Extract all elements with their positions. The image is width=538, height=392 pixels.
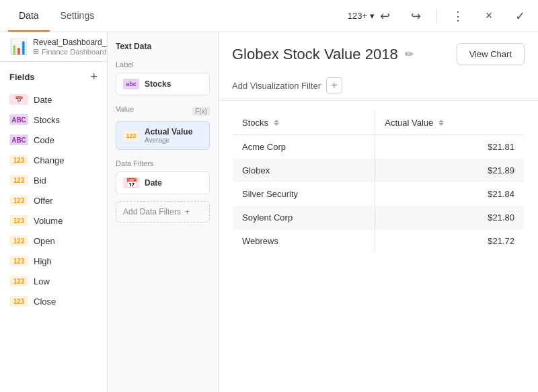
field-type-badge: 123 — [9, 235, 28, 246]
cell-stocks: Globex — [233, 159, 375, 182]
dashboard-icon: ⊞ — [33, 47, 39, 56]
app-container: Data Settings 123+ ▾ ↩ ↪ ⋮ × ✓ 📊 Reveal_… — [0, 0, 538, 392]
field-type-badge: ABC — [9, 114, 28, 125]
cell-stocks: Soylent Corp — [233, 206, 375, 229]
viz-filter-text: Add Visualization Filter — [232, 81, 321, 91]
data-filters-heading: Data Filters — [116, 159, 210, 167]
value-section: Value F(x) 123 Actual Value Average — [116, 105, 210, 150]
chip-name-stocks: Stocks — [145, 79, 171, 89]
tab-settings[interactable]: Settings — [50, 0, 106, 32]
field-type-badge: 123 — [9, 276, 28, 286]
left-sidebar: 📊 Reveal_Dashboard_Tutorials.xlsx ⊞ Fina… — [0, 32, 108, 392]
date-filter-chip[interactable]: 📅 Date — [116, 171, 210, 194]
value-chip[interactable]: 123 Actual Value Average — [116, 121, 210, 150]
table-body: Acme Corp $21.81 Globex $21.89 Silver Se… — [233, 135, 525, 253]
file-name: Reveal_Dashboard_Tutorials.xlsx — [33, 38, 108, 47]
tab-data[interactable]: Data — [8, 0, 50, 32]
cell-actual-value: $21.81 — [375, 135, 525, 159]
table-row[interactable]: Soylent Corp $21.80 — [233, 206, 525, 229]
fields-header: Fields + — [0, 62, 107, 89]
chip-info: Actual Value Average — [145, 127, 192, 144]
add-filter-label: Add Data Filters — [123, 207, 181, 217]
cell-actual-value: $21.89 — [375, 159, 525, 182]
confirm-button[interactable]: ✓ — [510, 6, 530, 26]
col-header-actual-value[interactable]: Actual Value — [375, 111, 525, 135]
add-field-button[interactable]: + — [90, 70, 98, 84]
field-name-label: Low — [34, 276, 50, 286]
redo-button[interactable]: ↪ — [406, 6, 426, 26]
table-row[interactable]: Webrews $21.72 — [233, 229, 525, 253]
more-menu-button[interactable]: ⋮ — [448, 6, 468, 26]
file-header: 📊 Reveal_Dashboard_Tutorials.xlsx ⊞ Fina… — [0, 32, 107, 62]
cell-stocks: Silver Security — [233, 182, 375, 206]
main-content: 📊 Reveal_Dashboard_Tutorials.xlsx ⊞ Fina… — [0, 32, 538, 392]
field-type-badge: 123 — [9, 296, 28, 307]
date-chip-icon: 📅 — [123, 178, 139, 188]
field-type-badge: 123 — [9, 195, 28, 206]
value-heading-row: Value F(x) — [116, 105, 210, 117]
label-section: Label abc Stocks — [116, 61, 210, 95]
sidebar-item-date[interactable]: 📅 Date — [0, 89, 107, 110]
date-chip-name: Date — [145, 178, 162, 188]
field-name-label: Volume — [34, 216, 63, 226]
field-type-badge: ABC — [9, 134, 28, 145]
center-label: 123+ — [348, 11, 367, 21]
value-heading: Value — [116, 105, 134, 113]
field-type-badge: 123 — [9, 256, 28, 266]
add-filter-plus-icon: + — [185, 207, 190, 217]
fields-title: Fields — [9, 72, 35, 82]
edit-title-icon[interactable]: ✏ — [405, 48, 414, 61]
field-name-label: High — [34, 256, 52, 266]
sidebar-item-open[interactable]: 123 Open — [0, 231, 107, 251]
table-row[interactable]: Silver Security $21.84 — [233, 182, 525, 206]
top-bar-center: 123+ ▾ — [348, 11, 375, 21]
field-type-badge: 123 — [9, 175, 28, 186]
field-type-badge: 📅 — [9, 94, 28, 105]
table-header-row: Stocks Actual Value — [233, 111, 525, 135]
field-name-label: Code — [34, 135, 54, 145]
chevron-down-icon: ▾ — [370, 11, 375, 21]
cell-actual-value: $21.72 — [375, 229, 525, 253]
file-info: Reveal_Dashboard_Tutorials.xlsx ⊞ Financ… — [33, 38, 108, 56]
chip-type-abc: abc — [123, 79, 139, 89]
sidebar-item-stocks[interactable]: ABC Stocks — [0, 110, 107, 130]
field-name-label: Open — [34, 236, 55, 246]
sidebar-item-high[interactable]: 123 High — [0, 251, 107, 271]
undo-button[interactable]: ↩ — [375, 6, 395, 26]
cell-actual-value: $21.80 — [375, 206, 525, 229]
middle-panel: Text Data Label abc Stocks Value F(x) 12… — [108, 32, 219, 392]
fx-label: F(x) — [192, 107, 210, 116]
sidebar-item-change[interactable]: 123 Change — [0, 150, 107, 170]
add-data-filter-button[interactable]: Add Data Filters + — [116, 201, 210, 223]
file-icon: 📊 — [9, 38, 28, 56]
table-row[interactable]: Globex $21.89 — [233, 159, 525, 182]
cell-stocks: Acme Corp — [233, 135, 375, 159]
chip-type-123: 123 — [123, 130, 139, 141]
table-row[interactable]: Acme Corp $21.81 — [233, 135, 525, 159]
viz-filter-bar: Add Visualization Filter + — [219, 73, 538, 101]
field-list: 📅 Date ABC Stocks ABC Code 123 Change 12… — [0, 89, 107, 311]
label-chip[interactable]: abc Stocks — [116, 73, 210, 95]
sort-stocks-icon — [274, 120, 279, 126]
data-filters-section: Data Filters 📅 Date Add Data Filters + — [116, 159, 210, 223]
chip-name-actual-value: Actual Value — [145, 127, 192, 136]
chip-sub-average: Average — [145, 136, 192, 144]
add-viz-filter-button[interactable]: + — [326, 77, 342, 93]
close-button[interactable]: × — [479, 6, 499, 26]
sidebar-item-close[interactable]: 123 Close — [0, 291, 107, 311]
top-bar-tabs: Data Settings — [8, 0, 105, 32]
sidebar-item-volume[interactable]: 123 Volume — [0, 210, 107, 231]
sort-value-icon — [438, 120, 444, 126]
sidebar-item-bid[interactable]: 123 Bid — [0, 170, 107, 190]
data-table: Stocks Actual Value — [232, 110, 525, 253]
view-chart-button[interactable]: View Chart — [457, 43, 525, 65]
top-bar: Data Settings 123+ ▾ ↩ ↪ ⋮ × ✓ — [0, 0, 538, 32]
sidebar-item-offer[interactable]: 123 Offer — [0, 190, 107, 210]
sidebar-item-code[interactable]: ABC Code — [0, 130, 107, 150]
sidebar-item-low[interactable]: 123 Low — [0, 271, 107, 291]
table-head: Stocks Actual Value — [233, 111, 525, 135]
label-heading: Label — [116, 61, 210, 69]
field-name-label: Stocks — [34, 115, 60, 125]
col-header-stocks[interactable]: Stocks — [233, 111, 375, 135]
panel-title: Text Data — [116, 42, 210, 51]
